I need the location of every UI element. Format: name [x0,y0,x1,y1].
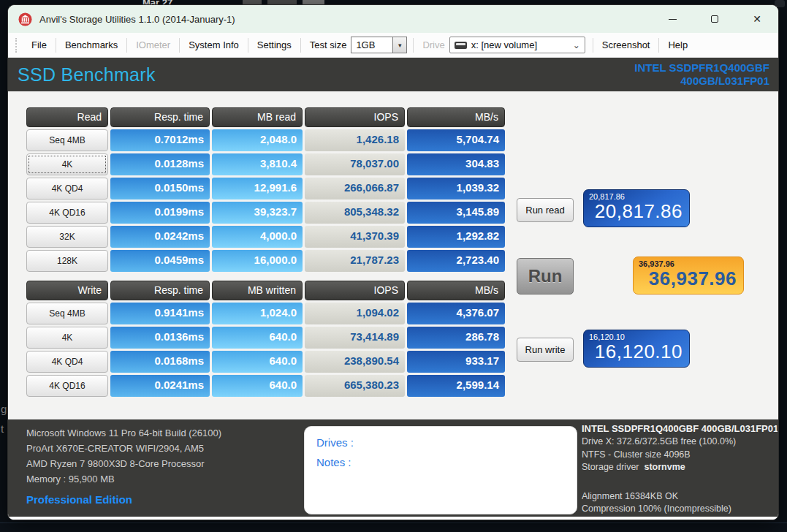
storage-driver-value: stornvme [644,462,685,472]
page-title: SSD Benchmark [18,64,156,86]
mb-read-header: MB read [212,107,303,127]
menu-separator [56,38,56,53]
menu-benchmarks[interactable]: Benchmarks [58,39,125,50]
menu-separator [300,38,301,53]
cell-iops: 21,787.23 [305,250,405,272]
titlebar: Anvil's Storage Utilities 1.1.0 (2014-Ja… [8,5,778,33]
run-write-button[interactable]: Run write [517,338,574,362]
cell-iops: 665,380.23 [305,375,405,397]
read-row-button-seq4mb[interactable]: Seq 4MB [26,129,108,151]
write-score-value: 16,120.10 [595,341,683,363]
cell-resp-time: 0.0150ms [110,178,210,200]
drive-info-block: INTEL SSDPFR1Q400GBF 400GB/L031FP01 Driv… [582,422,778,516]
menu-screenshot[interactable]: Screenshot [595,39,658,50]
write-header: Write [26,281,108,300]
cell-resp-time: 0.0136ms [110,327,210,349]
cell-iops: 805,348.32 [305,202,405,224]
compression-line: Compression 100% (Incompressible) [582,503,778,516]
cell-mbs: 4,376.07 [407,303,505,324]
read-row-button-32k[interactable]: 32K [26,226,108,248]
read-row-button-128k[interactable]: 128K [26,250,108,272]
cell-iops: 73,414.89 [305,327,405,349]
close-icon: ✕ [753,14,761,24]
notes-label: Notes : [316,452,565,472]
test-size-combobox[interactable]: 1GB ▾ [351,37,407,53]
cell-resp-time: 0.9141ms [110,303,210,324]
write-row-button-4kqd4[interactable]: 4K QD4 [26,351,108,373]
maximize-button[interactable] [693,5,736,33]
menu-system-info[interactable]: System Info [181,39,246,50]
menu-separator [413,38,414,53]
read-score-value: 20,817.86 [595,200,683,223]
cell-resp-time: 0.0168ms [110,351,210,373]
write-row-button-seq4mb[interactable]: Seq 4MB [26,303,108,324]
read-row-button-4kqd4[interactable]: 4K QD4 [26,178,108,200]
edition-label: Professional Edition [26,493,132,506]
minimize-button[interactable] [651,5,693,33]
cell-mbs: 1,039.32 [407,178,505,200]
drive-value: x: [new volume] [471,39,573,50]
drives-label: Drives : [316,433,565,452]
cell-mb-written: 1,024.0 [212,303,303,324]
cell-mb-read: 3,810.4 [212,153,303,175]
menu-settings[interactable]: Settings [250,39,299,50]
resp-time-header: Resp. time [110,281,210,300]
read-row-button-4k[interactable]: 4K [26,153,108,175]
test-size-dropdown-button[interactable]: ▾ [393,37,407,53]
cell-mb-written: 640.0 [212,327,303,349]
total-score-box: 36,937.96 36,937.96 [633,256,744,294]
window-bottom-edge [8,517,778,520]
cell-mbs: 286.78 [407,327,505,349]
cell-mbs: 2,599.14 [407,375,505,397]
test-size-value[interactable]: 1GB [351,37,393,53]
write-row-button-4k[interactable]: 4K [26,327,108,349]
menu-file[interactable]: File [24,39,54,50]
system-info-block: Microsoft Windows 11 Pro 64-bit Build (2… [26,425,221,487]
cell-mbs: 2,723.40 [407,250,505,272]
cell-mb-read: 39,323.7 [212,202,303,224]
drive-combobox[interactable]: x: [new volume] ⌄ [449,37,585,53]
cell-mb-written: 640.0 [212,351,303,373]
cell-resp-time: 0.0242ms [110,226,210,248]
menu-separator [126,38,127,53]
menu-separator [179,38,180,53]
alignment-line: Alignment 16384KB OK [582,490,778,503]
status-footer: Microsoft Windows 11 Pro 64-bit Build (2… [8,419,778,517]
menu-separator [658,38,659,53]
write-score-box: 16,120.10 16,120.10 [583,330,690,368]
write-table: Write Resp. time MB written IOPS MB/s Se… [26,281,505,397]
app-icon [18,12,32,26]
cell-iops: 1,094.02 [305,303,405,324]
read-header: Read [26,107,108,127]
drives-notes-box[interactable]: Drives : Notes : [304,426,577,514]
cell-iops: 41,370.39 [305,226,405,248]
storage-driver-label: Storage driver [582,462,639,472]
drive-free-space: Drive X: 372.6/372.5GB free (100.0%) [582,436,778,449]
iops-header: IOPS [305,107,405,127]
menubar: File Benchmarks IOmeter System Info Sett… [8,33,778,58]
run-read-button[interactable]: Run read [517,198,574,222]
menu-separator [593,38,593,53]
mbs-header: MB/s [407,107,505,127]
cell-mb-read: 12,991.6 [212,178,303,200]
cell-mbs: 304.83 [407,153,505,175]
spacer [582,474,778,490]
device-line1: INTEL SSDPFR1Q400GBF [634,61,769,74]
write-row-button-4kqd16[interactable]: 4K QD16 [26,375,108,397]
cell-mb-read: 16,000.0 [212,250,303,272]
drive-label: Drive [415,39,449,50]
motherboard-line: ProArt X670E-CREATOR WIFI/2904, AM5 [26,441,221,456]
main-area: Read Resp. time MB read IOPS MB/s Seq 4M… [8,91,778,419]
total-score-value: 36,937.96 [649,267,737,290]
toolbar-grip[interactable] [15,38,18,53]
cell-resp-time: 0.0241ms [110,375,210,397]
close-button[interactable]: ✕ [736,5,778,33]
menu-help[interactable]: Help [661,39,695,50]
cell-mb-read: 2,048.0 [212,129,303,151]
iops-header: IOPS [305,281,405,300]
window-title: Anvil's Storage Utilities 1.1.0 (2014-Ja… [39,14,651,25]
minimize-icon [669,19,677,20]
read-score-box: 20,817.86 20,817.86 [583,189,690,227]
read-row-button-4kqd16[interactable]: 4K QD16 [26,202,108,224]
run-button[interactable]: Run [517,258,574,294]
